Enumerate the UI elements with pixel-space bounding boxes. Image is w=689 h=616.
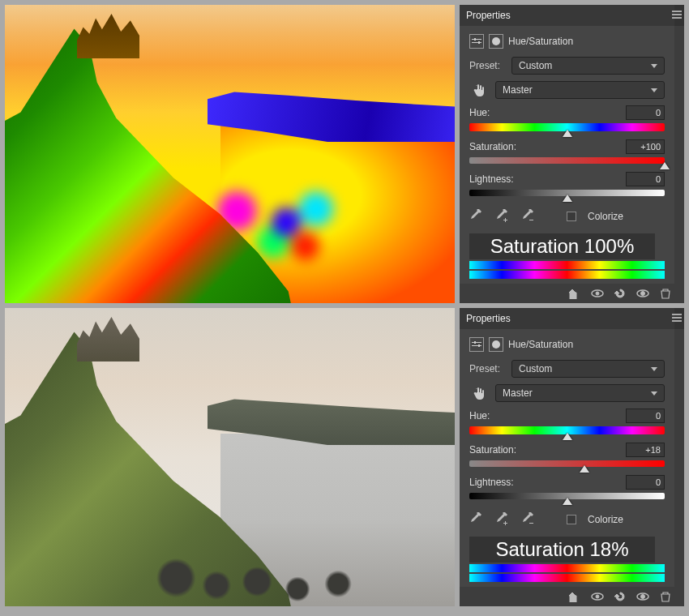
eyedropper-add-icon[interactable] bbox=[495, 209, 510, 224]
visibility-icon[interactable] bbox=[636, 287, 650, 300]
targeted-adjustment-icon[interactable] bbox=[469, 82, 489, 98]
hue-slider[interactable] bbox=[469, 426, 665, 434]
preset-value: Custom bbox=[519, 363, 552, 374]
view-previous-icon[interactable] bbox=[590, 287, 605, 300]
properties-panel: Properties Hue/Saturation Preset: Custom bbox=[460, 308, 684, 606]
spectrum-bars bbox=[469, 564, 665, 582]
lightness-thumb[interactable] bbox=[563, 498, 572, 505]
clip-to-layer-icon[interactable] bbox=[567, 590, 582, 603]
lightness-value-input[interactable]: 0 bbox=[626, 172, 665, 186]
adjustment-type-icon[interactable] bbox=[469, 34, 484, 49]
hue-label: Hue: bbox=[469, 410, 490, 421]
lightness-slider[interactable] bbox=[469, 190, 665, 196]
clip-to-layer-icon[interactable] bbox=[567, 287, 582, 300]
panel-title: Properties bbox=[466, 313, 511, 324]
delete-icon[interactable] bbox=[658, 590, 673, 603]
reset-icon[interactable] bbox=[613, 590, 627, 603]
panel-header: Properties bbox=[460, 5, 684, 26]
chevron-down-icon bbox=[651, 391, 657, 396]
saturation-slider[interactable] bbox=[469, 460, 665, 467]
svg-point-7 bbox=[641, 595, 645, 599]
colorize-checkbox[interactable] bbox=[567, 515, 576, 524]
saturation-label: Saturation: bbox=[469, 444, 516, 456]
overlay-caption: Saturation 18% bbox=[469, 537, 655, 563]
hue-value-input[interactable]: 0 bbox=[626, 105, 665, 120]
view-previous-icon[interactable] bbox=[590, 590, 605, 603]
panel-menu-icon[interactable] bbox=[672, 313, 682, 323]
saturation-value-input[interactable]: +100 bbox=[626, 139, 665, 154]
svg-point-1 bbox=[596, 292, 599, 295]
targeted-adjustment-icon[interactable] bbox=[469, 385, 489, 401]
hue-slider[interactable] bbox=[469, 123, 665, 131]
lightness-label: Lightness: bbox=[469, 173, 514, 185]
chevron-down-icon bbox=[651, 88, 657, 92]
lightness-label: Lightness: bbox=[469, 477, 514, 488]
preset-dropdown[interactable]: Custom bbox=[511, 360, 665, 378]
saturation-thumb[interactable] bbox=[580, 465, 589, 473]
preset-value: Custom bbox=[519, 60, 552, 71]
saturation-thumb[interactable] bbox=[660, 162, 670, 169]
preset-label: Preset: bbox=[469, 60, 505, 71]
layer-mask-icon[interactable] bbox=[489, 337, 503, 352]
layer-mask-icon[interactable] bbox=[489, 34, 503, 49]
chevron-down-icon bbox=[651, 367, 657, 371]
hue-thumb[interactable] bbox=[563, 433, 572, 440]
colorize-checkbox[interactable] bbox=[567, 212, 576, 221]
saturation-value-input[interactable]: +18 bbox=[626, 443, 665, 457]
colorize-label: Colorize bbox=[588, 211, 623, 222]
hue-label: Hue: bbox=[469, 107, 490, 118]
canvas-preview-high-sat bbox=[5, 5, 455, 303]
spectrum-bars bbox=[469, 261, 665, 279]
eyedropper-subtract-icon[interactable] bbox=[521, 209, 536, 224]
eyedropper-icon[interactable] bbox=[469, 512, 484, 527]
preset-dropdown[interactable]: Custom bbox=[511, 57, 665, 75]
panel-header: Properties bbox=[460, 308, 684, 329]
properties-panel: Properties Hue/Saturation Preset: Custom bbox=[460, 5, 684, 303]
adjustment-title: Hue/Saturation bbox=[508, 36, 573, 47]
channel-value: Master bbox=[503, 387, 533, 399]
eyedropper-icon[interactable] bbox=[469, 209, 484, 224]
preset-label: Preset: bbox=[469, 363, 505, 374]
saturation-label: Saturation: bbox=[469, 141, 516, 152]
delete-icon[interactable] bbox=[658, 287, 673, 300]
visibility-icon[interactable] bbox=[636, 590, 650, 603]
svg-point-5 bbox=[596, 595, 599, 598]
panel-title: Properties bbox=[466, 10, 511, 21]
channel-dropdown[interactable]: Master bbox=[495, 81, 665, 99]
channel-dropdown[interactable]: Master bbox=[495, 384, 665, 402]
adjustment-title: Hue/Saturation bbox=[508, 339, 573, 350]
overlay-caption: Saturation 100% bbox=[469, 233, 655, 259]
lightness-thumb[interactable] bbox=[563, 195, 572, 202]
canvas-preview-low-sat bbox=[5, 308, 455, 606]
chevron-down-icon bbox=[651, 64, 657, 68]
eyedropper-subtract-icon[interactable] bbox=[521, 512, 536, 527]
hue-thumb[interactable] bbox=[563, 130, 572, 137]
hue-value-input[interactable]: 0 bbox=[626, 409, 665, 423]
colorize-label: Colorize bbox=[588, 514, 623, 525]
lightness-slider[interactable] bbox=[469, 493, 665, 499]
panel-menu-icon[interactable] bbox=[672, 10, 682, 19]
reset-icon[interactable] bbox=[613, 287, 627, 300]
adjustment-type-icon[interactable] bbox=[469, 337, 484, 352]
eyedropper-add-icon[interactable] bbox=[495, 512, 510, 527]
panel-footer bbox=[460, 587, 684, 606]
saturation-slider[interactable] bbox=[469, 157, 665, 164]
svg-point-3 bbox=[641, 292, 645, 296]
channel-value: Master bbox=[503, 84, 533, 96]
lightness-value-input[interactable]: 0 bbox=[626, 475, 665, 490]
panel-footer bbox=[460, 284, 684, 303]
